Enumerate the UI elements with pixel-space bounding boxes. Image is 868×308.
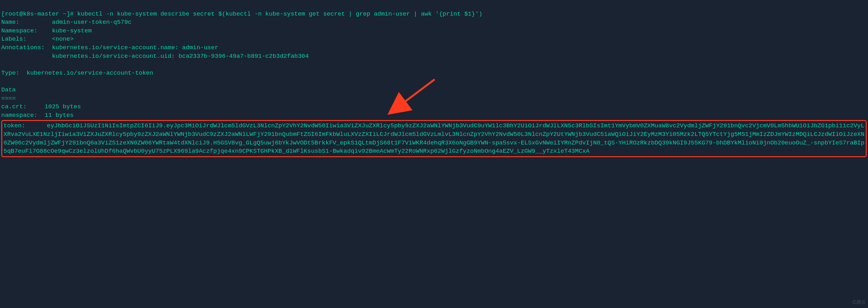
cacrt-row: ca.crt: 1025 bytes bbox=[1, 103, 81, 110]
token-highlight-box: token: eyJhbGciOiJSUzI1NiIsImtpZCI6IiJ9.… bbox=[1, 120, 867, 157]
name-value: admin-user-token-q579c bbox=[52, 19, 132, 26]
name-label: Name: bbox=[1, 19, 19, 26]
labels-value: <none> bbox=[52, 35, 73, 43]
command-prompt-line: [root@k8s-master ~]# kubectl -n kube-sys… bbox=[1, 10, 482, 18]
blank-line-2 bbox=[1, 78, 5, 85]
labels-label: Labels: bbox=[1, 35, 27, 43]
blank-line-1 bbox=[1, 61, 5, 68]
type-value: kubernetes.io/service-account-token bbox=[27, 69, 153, 77]
annotations-row-2: kubernetes.io/service-account.uid: bca23… bbox=[1, 53, 309, 60]
labels-row: Labels: <none> bbox=[1, 35, 73, 43]
cacrt-label: ca.crt: bbox=[1, 103, 27, 110]
namespace-value: kube-system bbox=[52, 27, 92, 34]
token-label: token: bbox=[3, 122, 25, 129]
ns-bytes-label: namespace: bbox=[1, 112, 37, 119]
token-row: token: eyJhbGciOiJSUzI1NiIsImtpZCI6IiJ9.… bbox=[3, 122, 865, 155]
command-text: kubectl -n kube-system describe secret $… bbox=[77, 10, 482, 18]
namespace-row: Namespace: kube-system bbox=[1, 27, 92, 34]
watermark-text: 亿搜云 bbox=[852, 299, 865, 305]
terminal-output[interactable]: [root@k8s-master ~]# kubectl -n kube-sys… bbox=[1, 1, 867, 165]
data-divider: ==== bbox=[1, 95, 16, 102]
annotations-row-1: Annotations: kubernetes.io/service-accou… bbox=[1, 44, 218, 51]
annotations-label: Annotations: bbox=[1, 44, 45, 51]
name-row: Name: admin-user-token-q579c bbox=[1, 19, 131, 26]
annotations-value-2: kubernetes.io/service-account.uid: bca23… bbox=[52, 53, 309, 60]
namespace-label: Namespace: bbox=[1, 27, 37, 34]
token-value: eyJhbGciOiJSUzI1NiIsImtpZCI6IiJ9.eyJpc3M… bbox=[3, 122, 865, 155]
ns-bytes-value: 11 bytes bbox=[45, 112, 73, 119]
prompt-user-host: [root@k8s-master ~]# bbox=[1, 10, 73, 18]
type-label: Type: bbox=[1, 69, 19, 77]
annotations-value-1: kubernetes.io/service-account.name: admi… bbox=[52, 44, 219, 51]
cacrt-value: 1025 bytes bbox=[45, 103, 81, 110]
ns-bytes-row: namespace: 11 bytes bbox=[1, 112, 73, 119]
type-row: Type: kubernetes.io/service-account-toke… bbox=[1, 69, 153, 77]
data-header: Data bbox=[1, 86, 16, 93]
